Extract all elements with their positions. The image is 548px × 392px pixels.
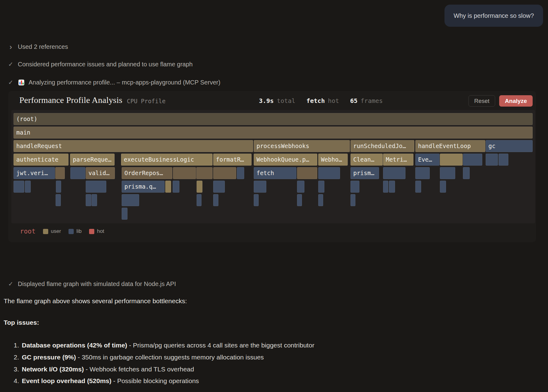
step-analyzing-profile[interactable]: ✓ Analyzing performance profile... – mcp… [7, 79, 220, 86]
flame-frame-fetch[interactable]: fetch [254, 167, 296, 179]
performance-profile-panel: Performance Profile Analysis CPU Profile… [8, 91, 536, 242]
flame-row-3: authenticateparseReque…executeBusinessLo… [14, 154, 533, 166]
flame-frame[interactable] [213, 194, 218, 206]
flame-frame-main[interactable]: main [14, 127, 533, 139]
step-label: Considered performance issues and planne… [18, 61, 193, 68]
flame-frame[interactable] [165, 181, 171, 193]
flame-frame[interactable] [196, 167, 213, 179]
legend-item-user: user [43, 228, 61, 234]
flame-frame[interactable] [350, 194, 355, 206]
flame-frame[interactable] [56, 194, 61, 206]
flame-frame[interactable] [297, 167, 317, 179]
step-displayed-flame-graph[interactable]: ✓ Displayed flame graph with simulated d… [7, 280, 176, 288]
flame-frame[interactable] [318, 194, 323, 206]
flame-row-0: (root) [14, 113, 533, 125]
flame-frame-Clean[interactable]: Clean… [350, 154, 383, 166]
step-used-references[interactable]: › Used 2 references [7, 43, 68, 50]
flame-frame[interactable] [318, 167, 340, 179]
flame-frame[interactable] [197, 181, 202, 193]
flame-frame[interactable] [318, 181, 324, 193]
flame-frame[interactable] [56, 181, 61, 193]
analyze-button[interactable]: Analyze [499, 95, 533, 107]
flame-frame-authenticate[interactable]: authenticate [14, 154, 68, 166]
stat-value: 65 [350, 97, 358, 104]
profile-stats: 3.9stotalfetchhot65frames [259, 97, 383, 104]
issue-item-2: 2.GC pressure (9%) - 350ms in garbage co… [11, 351, 314, 363]
stat-total: 3.9stotal [259, 97, 295, 104]
flame-frame[interactable] [55, 167, 65, 179]
flame-frame[interactable] [213, 181, 225, 193]
flame-frame[interactable] [92, 194, 97, 206]
flame-row-5: prisma.q… [14, 181, 533, 193]
flame-frame-jwt.veri[interactable]: jwt.veri… [14, 167, 55, 179]
flame-row-1: main [14, 127, 533, 139]
stat-label: frames [361, 97, 383, 104]
flame-frame-processWebhooks[interactable]: processWebhooks [254, 140, 350, 152]
flame-frame[interactable] [237, 167, 244, 179]
legend-item-lib: lib [68, 228, 82, 234]
flame-frame[interactable] [383, 181, 388, 193]
flame-frame[interactable] [389, 181, 395, 193]
reset-button[interactable]: Reset [468, 95, 495, 107]
flame-frame[interactable] [173, 181, 179, 193]
flame-frame[interactable] [173, 167, 196, 179]
flame-frame[interactable] [463, 167, 470, 179]
check-icon: ✓ [7, 61, 14, 68]
flame-frame-prism[interactable]: prism… [350, 167, 379, 179]
flame-frame[interactable] [254, 181, 266, 193]
chevron-right-icon[interactable]: › [7, 44, 14, 50]
user-color-swatch [43, 229, 48, 234]
flame-frame[interactable] [297, 181, 304, 193]
flame-frame[interactable] [86, 194, 91, 206]
issues-list: 1.Database operations (42% of time) - Pr… [11, 339, 314, 387]
flame-frame[interactable] [440, 154, 463, 166]
flame-frame-parseReque[interactable]: parseReque… [70, 154, 115, 166]
flame-frame[interactable] [383, 167, 405, 179]
flame-row-7 [14, 208, 533, 220]
legend-root-label: root [20, 228, 36, 235]
flame-frame-Eve[interactable]: Eve… [415, 154, 440, 166]
flame-frame-OrderRepos[interactable]: OrderRepos… [122, 167, 172, 179]
flame-frame[interactable] [350, 181, 359, 193]
legend-label: user [51, 228, 61, 234]
flame-frame[interactable] [25, 181, 31, 193]
flame-frame[interactable] [499, 154, 508, 166]
step-label: Displayed flame graph with simulated dat… [18, 280, 176, 288]
flame-frame[interactable] [415, 167, 430, 179]
flame-frame[interactable] [440, 167, 455, 179]
flame-frame[interactable] [297, 194, 302, 206]
flame-frame-valid[interactable]: valid… [86, 167, 115, 179]
flame-frame-root[interactable]: (root) [14, 113, 533, 125]
flame-frame-Webho[interactable]: Webho… [318, 154, 348, 166]
issue-title: Event loop overhead (520ms) [22, 377, 112, 385]
hot-color-swatch [89, 229, 94, 234]
flame-frame[interactable] [14, 181, 24, 193]
flame-frame[interactable] [70, 167, 85, 179]
flame-frame[interactable] [415, 181, 421, 193]
stat-value: fetch [306, 97, 325, 104]
flame-frame[interactable] [213, 167, 236, 179]
flame-frame-executeBusinessLogic[interactable]: executeBusinessLogic [121, 154, 213, 166]
flame-frame-runScheduledJo[interactable]: runScheduledJo… [350, 140, 414, 152]
check-icon: ✓ [7, 79, 14, 86]
step-label: Used 2 references [18, 43, 68, 50]
flame-frame-WebhookQueue.p[interactable]: WebhookQueue.p… [254, 154, 317, 166]
flame-frame[interactable] [122, 208, 127, 220]
flame-frame[interactable] [254, 194, 259, 206]
analysis-intro: The flame graph above shows several perf… [4, 297, 187, 305]
flame-frame[interactable] [122, 194, 139, 206]
flame-frame[interactable] [463, 154, 482, 166]
flame-frame[interactable] [486, 154, 498, 166]
flame-frame-Metri[interactable]: Metri… [383, 154, 413, 166]
flame-frame[interactable] [440, 181, 446, 193]
flame-frame[interactable] [197, 194, 202, 206]
flame-frame[interactable] [86, 181, 106, 193]
flame-frame-formatR[interactable]: formatR… [213, 154, 252, 166]
flame-frame-gc[interactable]: gc [486, 140, 533, 152]
issue-number: 2. [11, 354, 19, 361]
step-considered-performance[interactable]: ✓ Considered performance issues and plan… [7, 61, 193, 68]
flame-frame-handleEventLoop[interactable]: handleEventLoop [415, 140, 485, 152]
flame-frame-prisma.q[interactable]: prisma.q… [122, 181, 165, 193]
stat-hot: fetchhot [306, 97, 339, 104]
flame-frame-handleRequest[interactable]: handleRequest [14, 140, 253, 152]
